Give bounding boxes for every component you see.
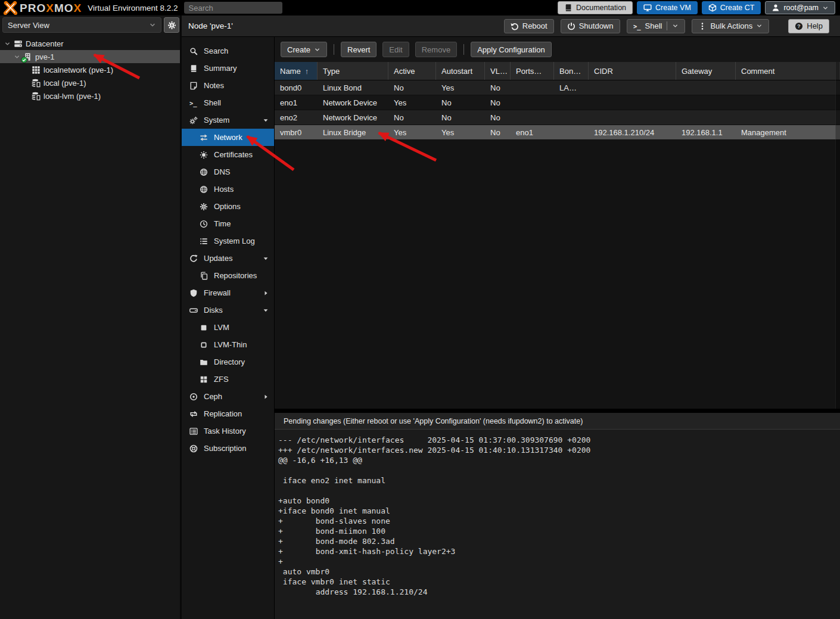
menu-item-firewall[interactable]: Firewall xyxy=(182,284,274,301)
cell-bond-mode xyxy=(554,125,589,139)
network-toolbar: Create Revert Edit Remove Apply Configur… xyxy=(275,37,840,62)
column-header-vlan[interactable]: VL… xyxy=(485,62,511,80)
cell-active: No xyxy=(388,80,436,95)
tree-settings-button[interactable] xyxy=(164,17,179,33)
global-search-input[interactable] xyxy=(184,2,282,14)
help-button[interactable]: Help xyxy=(788,19,829,33)
reboot-button[interactable]: Reboot xyxy=(504,19,554,33)
menu-item-system-log[interactable]: System Log xyxy=(182,232,274,250)
menu-item-dns[interactable]: DNS xyxy=(182,163,274,181)
square-solid-icon xyxy=(200,324,208,332)
menu-item-lvm-thin[interactable]: LVM-Thin xyxy=(182,336,274,353)
clock-icon xyxy=(200,220,208,228)
menu-item-ceph[interactable]: Ceph xyxy=(182,388,274,405)
caret-right-icon[interactable] xyxy=(262,290,269,297)
interfaces-grid: Name↑ Type Active Autostart VL… Ports… B… xyxy=(275,62,840,409)
create-button[interactable]: Create xyxy=(281,42,327,57)
apply-configuration-button[interactable]: Apply Configuration xyxy=(471,42,551,57)
user-menu-button[interactable]: root@pam xyxy=(765,1,835,14)
cell-ports: eno1 xyxy=(511,125,554,139)
menu-item-repositories[interactable]: Repositories xyxy=(182,267,274,284)
chevron-down-icon xyxy=(756,23,763,29)
power-icon xyxy=(567,22,575,30)
menu-item-zfs[interactable]: ZFS xyxy=(182,371,274,388)
menu-item-certificates[interactable]: Certificates xyxy=(182,146,274,163)
column-header-type[interactable]: Type xyxy=(318,62,388,80)
create-vm-button[interactable]: Create VM xyxy=(637,1,698,14)
cell-autostart: No xyxy=(436,110,485,125)
menu-item-updates[interactable]: Updates xyxy=(182,250,274,267)
pending-diff-container[interactable]: --- /etc/network/interfaces 2025-04-15 0… xyxy=(275,430,840,619)
table-row-bond0[interactable]: bond0 Linux Bond No Yes No LA… xyxy=(275,80,840,95)
cell-name: bond0 xyxy=(275,80,318,95)
cell-ports xyxy=(511,110,554,125)
menu-item-time[interactable]: Time xyxy=(182,215,274,232)
menu-item-system[interactable]: System xyxy=(182,111,274,129)
table-row-vmbr0[interactable]: vmbr0 Linux Bridge Yes Yes No eno1 192.1… xyxy=(275,125,840,140)
grid-empty-area xyxy=(275,140,840,409)
table-row-eno1[interactable]: eno1 Network Device Yes No No xyxy=(275,95,840,110)
documentation-button[interactable]: Documentation xyxy=(558,1,633,14)
caret-right-icon[interactable] xyxy=(262,393,269,400)
cell-vlan: No xyxy=(485,80,511,95)
refresh-icon xyxy=(189,254,198,263)
tree-item-local-lvm-storage[interactable]: local-lvm (pve-1) xyxy=(0,89,180,102)
table-row-eno2[interactable]: eno2 Network Device No No No xyxy=(275,110,840,125)
list-alt-icon xyxy=(189,427,198,436)
network-panel: Create Revert Edit Remove Apply Configur… xyxy=(274,37,840,619)
shell-button[interactable]: Shell xyxy=(627,19,686,33)
menu-item-summary[interactable]: Summary xyxy=(182,60,274,77)
cell-autostart: No xyxy=(436,95,485,110)
menu-item-task-history[interactable]: Task History xyxy=(182,422,274,440)
menu-item-subscription[interactable]: Subscription xyxy=(182,440,274,457)
tree-item-local-storage[interactable]: local (pve-1) xyxy=(0,76,180,89)
menu-item-directory[interactable]: Directory xyxy=(182,353,274,371)
column-header-name[interactable]: Name↑ xyxy=(275,62,318,80)
life-ring-icon xyxy=(189,444,198,453)
view-mode-select[interactable]: Server View xyxy=(2,17,161,33)
menu-item-hosts[interactable]: Hosts xyxy=(182,181,274,198)
storage-database-icon xyxy=(32,79,41,88)
sticky-note-icon xyxy=(189,82,198,90)
cell-comment xyxy=(736,95,840,110)
tree-item-localnetwork[interactable]: localnetwork (pve-1) xyxy=(0,63,180,76)
column-header-bond[interactable]: Bon… xyxy=(554,62,589,80)
book-icon xyxy=(189,64,198,73)
menu-item-replication[interactable]: Replication xyxy=(182,405,274,422)
grid-scrollbar[interactable] xyxy=(835,62,840,409)
shutdown-button[interactable]: Shutdown xyxy=(561,19,620,33)
tree-item-datacenter[interactable]: Datacenter xyxy=(0,37,180,50)
revert-button[interactable]: Revert xyxy=(341,42,377,57)
pending-diff-text: --- /etc/network/interfaces 2025-04-15 0… xyxy=(275,430,840,597)
column-header-ports[interactable]: Ports… xyxy=(511,62,554,80)
create-ct-button[interactable]: Create CT xyxy=(702,1,761,14)
expander-chevron-icon[interactable] xyxy=(14,54,20,60)
tree-item-pve-1[interactable]: pve-1 xyxy=(0,50,180,63)
menu-item-notes[interactable]: Notes xyxy=(182,77,274,94)
grid-header-row: Name↑ Type Active Autostart VL… Ports… B… xyxy=(275,62,840,80)
menu-item-network[interactable]: Network xyxy=(182,129,274,146)
globe-icon xyxy=(200,168,208,176)
column-header-gateway[interactable]: Gateway xyxy=(676,62,736,80)
caret-down-icon[interactable] xyxy=(262,117,269,124)
column-header-active[interactable]: Active xyxy=(388,62,436,80)
chevron-down-icon[interactable] xyxy=(672,23,679,29)
caret-down-icon[interactable] xyxy=(262,255,269,262)
expander-chevron-icon[interactable] xyxy=(4,41,11,47)
edit-button[interactable]: Edit xyxy=(382,42,409,57)
menu-item-lvm[interactable]: LVM xyxy=(182,319,274,336)
cogs-icon xyxy=(189,116,198,125)
menu-item-search[interactable]: Search xyxy=(182,42,274,60)
column-header-comment[interactable]: Comment xyxy=(736,62,840,80)
menu-item-shell[interactable]: Shell xyxy=(182,94,274,111)
column-header-cidr[interactable]: CIDR xyxy=(589,62,676,80)
caret-down-icon[interactable] xyxy=(262,307,269,314)
book-icon xyxy=(564,4,573,12)
menu-item-options[interactable]: Options xyxy=(182,198,274,215)
menu-item-disks[interactable]: Disks xyxy=(182,301,274,319)
cell-active: Yes xyxy=(388,95,436,110)
cell-bond-mode xyxy=(554,110,589,125)
remove-button[interactable]: Remove xyxy=(415,42,457,57)
column-header-autostart[interactable]: Autostart xyxy=(436,62,485,80)
bulk-actions-button[interactable]: Bulk Actions xyxy=(692,19,769,33)
